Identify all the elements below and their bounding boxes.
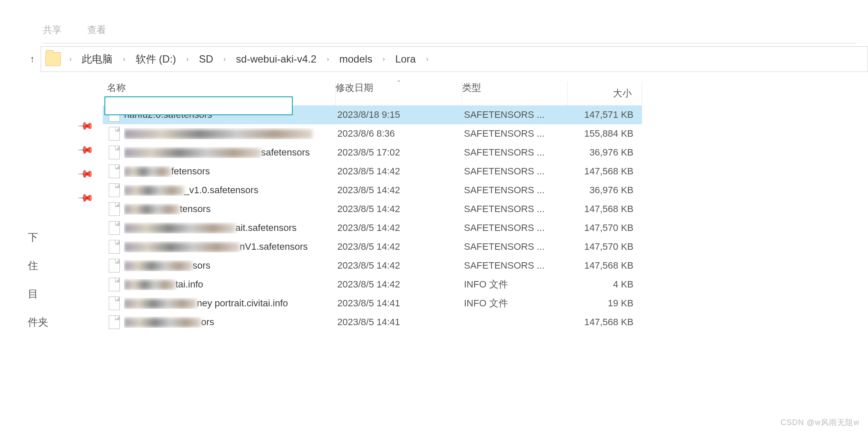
- file-size: 19 KB: [569, 298, 638, 309]
- file-date: 2023/8/5 17:02: [337, 147, 464, 158]
- file-type: SAFETENSORS ...: [464, 166, 569, 177]
- file-type: SAFETENSORS ...: [464, 260, 569, 271]
- pin-icon[interactable]: 📌: [77, 141, 94, 159]
- nav-up-icon[interactable]: ↑: [30, 54, 35, 65]
- breadcrumb-item[interactable]: sd-webui-aki-v4.2: [233, 51, 319, 67]
- file-size: 147,568 KB: [569, 260, 638, 271]
- file-row[interactable]: nV1.safetensors2023/8/5 14:42SAFETENSORS…: [103, 237, 642, 256]
- sidebar-item[interactable]: 件夹: [28, 315, 92, 329]
- file-size: 147,568 KB: [569, 166, 638, 177]
- pin-icon[interactable]: 📌: [77, 165, 94, 183]
- sidebar-item[interactable]: 下: [28, 230, 92, 244]
- file-name: ors: [124, 317, 337, 328]
- file-row[interactable]: sors2023/8/5 14:42SAFETENSORS ...147,568…: [103, 256, 642, 275]
- file-icon: [109, 240, 120, 254]
- file-name: sors: [124, 260, 337, 271]
- file-type: INFO 文件: [464, 297, 569, 310]
- sort-desc-icon: ⌄: [396, 76, 401, 83]
- file-name: tensors: [124, 204, 337, 215]
- file-icon: [109, 278, 120, 291]
- file-date: 2023/8/5 14:42: [337, 204, 464, 215]
- breadcrumb-item[interactable]: 软件 (D:): [133, 51, 179, 68]
- file-type: SAFETENSORS ...: [464, 204, 569, 215]
- column-headers: 名称 ⌄ 修改日期 类型 大小: [103, 81, 642, 105]
- header-name[interactable]: 名称: [103, 81, 336, 105]
- file-list: 名称 ⌄ 修改日期 类型 大小 hanfu2.0.safetensors2023…: [103, 81, 642, 332]
- file-date: 2023/8/5 14:42: [337, 279, 464, 290]
- file-size: 4 KB: [569, 279, 638, 290]
- file-type: SAFETENSORS ...: [464, 109, 569, 120]
- breadcrumb-item[interactable]: SD: [196, 51, 216, 67]
- file-type: SAFETENSORS ...: [464, 185, 569, 196]
- file-type: SAFETENSORS ...: [464, 147, 569, 158]
- file-type: SAFETENSORS ...: [464, 128, 569, 139]
- tab-share[interactable]: 共享: [43, 24, 62, 36]
- header-type[interactable]: 类型: [462, 81, 568, 105]
- file-icon: [109, 221, 120, 235]
- file-icon: [109, 146, 120, 159]
- file-size: 147,568 KB: [569, 204, 638, 215]
- file-icon: [109, 315, 120, 329]
- file-type: SAFETENSORS ...: [464, 222, 569, 233]
- file-row[interactable]: _v1.0.safetensors2023/8/5 14:42SAFETENSO…: [103, 181, 642, 200]
- folder-icon: [45, 52, 61, 66]
- address-bar[interactable]: ›此电脑›软件 (D:)›SD›sd-webui-aki-v4.2›models…: [41, 46, 868, 72]
- file-icon: [109, 127, 120, 141]
- file-icon: [109, 183, 120, 197]
- file-size: 36,976 KB: [569, 147, 638, 158]
- file-row[interactable]: ors2023/8/5 14:41147,568 KB: [103, 313, 642, 332]
- file-date: 2023/8/5 14:41: [337, 317, 464, 328]
- file-row[interactable]: tai.info2023/8/5 14:42INFO 文件4 KB: [103, 275, 642, 294]
- watermark: CSDN @w风雨无阻w: [781, 417, 859, 428]
- file-date: 2023/8/5 14:42: [337, 222, 464, 233]
- tab-view[interactable]: 查看: [87, 24, 106, 36]
- file-date: 2023/8/6 8:36: [337, 128, 464, 139]
- file-name: tai.info: [124, 279, 337, 290]
- file-date: 2023/8/5 14:41: [337, 298, 464, 309]
- file-date: 2023/8/5 14:42: [337, 241, 464, 252]
- file-icon: [109, 259, 120, 272]
- quick-access-sidebar: 📌 📌 📌 📌 下住目件夹: [28, 120, 92, 329]
- file-size: 147,570 KB: [569, 222, 638, 233]
- file-row[interactable]: 2023/8/6 8:36SAFETENSORS ...155,884 KB: [103, 124, 642, 143]
- file-icon: [109, 296, 120, 310]
- file-row[interactable]: ney portrait.civitai.info2023/8/5 14:41I…: [103, 294, 642, 313]
- file-date: 2023/8/18 9:15: [337, 109, 464, 120]
- file-name: ney portrait.civitai.info: [124, 298, 337, 309]
- rename-input-box[interactable]: [104, 96, 293, 115]
- breadcrumb-item[interactable]: 此电脑: [79, 51, 115, 68]
- file-size: 36,976 KB: [569, 185, 638, 196]
- sidebar-item[interactable]: 目: [28, 287, 92, 301]
- header-date[interactable]: ⌄ 修改日期: [336, 81, 462, 105]
- pin-icon[interactable]: 📌: [77, 117, 94, 135]
- file-row[interactable]: safetensors2023/8/5 17:02SAFETENSORS ...…: [103, 143, 642, 162]
- file-row[interactable]: fetensors2023/8/5 14:42SAFETENSORS ...14…: [103, 162, 642, 181]
- breadcrumb-item[interactable]: models: [337, 51, 375, 67]
- file-size: 147,571 KB: [569, 109, 638, 120]
- file-name: safetensors: [124, 147, 337, 158]
- header-size[interactable]: 大小: [568, 87, 636, 100]
- ribbon-tabs: 共享 查看: [43, 24, 856, 43]
- file-date: 2023/8/5 14:42: [337, 260, 464, 271]
- breadcrumb-item[interactable]: Lora: [392, 51, 418, 67]
- file-type: SAFETENSORS ...: [464, 241, 569, 252]
- file-icon: [109, 165, 120, 178]
- file-name: nV1.safetensors: [124, 241, 337, 252]
- file-name: ait.safetensors: [124, 222, 337, 233]
- file-row[interactable]: tensors2023/8/5 14:42SAFETENSORS ...147,…: [103, 200, 642, 218]
- address-bar-row: ↑ ›此电脑›软件 (D:)›SD›sd-webui-aki-v4.2›mode…: [30, 46, 868, 72]
- file-size: 155,884 KB: [569, 128, 638, 139]
- file-row[interactable]: ait.safetensors2023/8/5 14:42SAFETENSORS…: [103, 218, 642, 237]
- breadcrumb: ›此电脑›软件 (D:)›SD›sd-webui-aki-v4.2›models…: [65, 51, 433, 68]
- file-size: 147,570 KB: [569, 241, 638, 252]
- file-name: _v1.0.safetensors: [124, 185, 337, 196]
- file-icon: [109, 202, 120, 216]
- file-type: INFO 文件: [464, 278, 569, 291]
- pin-icon[interactable]: 📌: [77, 189, 94, 207]
- file-name: [124, 128, 337, 139]
- file-date: 2023/8/5 14:42: [337, 166, 464, 177]
- file-size: 147,568 KB: [569, 317, 638, 328]
- file-name: fetensors: [124, 166, 337, 177]
- sidebar-item[interactable]: 住: [28, 259, 92, 272]
- file-date: 2023/8/5 14:42: [337, 185, 464, 196]
